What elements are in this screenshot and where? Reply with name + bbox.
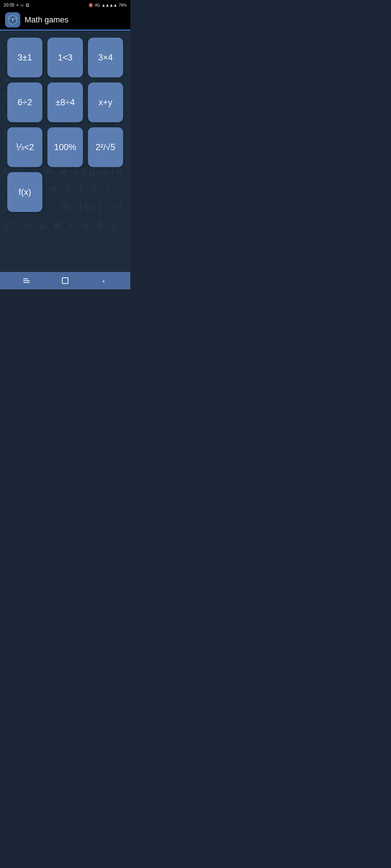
app-logo: 7 2 11 xyxy=(5,12,20,27)
home-icon xyxy=(62,277,68,284)
game-card-comparison[interactable]: 1<3 xyxy=(47,38,83,77)
main-content: ∑ π √ ∫ × ÷ ± < > = % f(x) x² y³ ∞ Δ θ λ… xyxy=(0,30,130,272)
game-grid: 3±1 1<3 3×4 6÷2 ±8÷4 x+y ⅓<2 100% 2²/√5 … xyxy=(0,30,130,219)
game-card-functions[interactable]: f(x) xyxy=(7,172,42,212)
svg-text:11: 11 xyxy=(14,17,17,20)
game-card-addition[interactable]: 3±1 xyxy=(7,38,42,77)
game-card-algebra[interactable]: x+y xyxy=(88,82,123,122)
status-bar: 20:05 ✦ ☏ 🖼 🔇 4G ▲▲▲▲ 79% xyxy=(0,0,130,10)
nav-back-button[interactable]: ‹ xyxy=(97,274,111,287)
status-right: 🔇 4G ▲▲▲▲ 79% xyxy=(88,3,127,8)
game-card-multiplication[interactable]: 3×4 xyxy=(88,38,123,77)
game-card-percentage[interactable]: 100% xyxy=(47,127,83,167)
app-title: Math games xyxy=(25,15,68,25)
back-icon: ‹ xyxy=(102,277,105,284)
nav-bar: ‹ xyxy=(0,272,130,289)
nav-menu-button[interactable] xyxy=(19,274,34,287)
nav-home-button[interactable] xyxy=(58,274,72,287)
game-card-fractions[interactable]: ⅓<2 xyxy=(7,127,42,167)
svg-text:7: 7 xyxy=(12,18,14,22)
status-time: 20:05 ✦ ☏ 🖼 xyxy=(4,3,29,8)
app-bar: 7 2 11 Math games xyxy=(0,10,130,30)
game-card-division[interactable]: 6÷2 xyxy=(7,82,42,122)
game-card-plus-minus-division[interactable]: ±8÷4 xyxy=(47,82,83,122)
menu-icon xyxy=(23,278,30,283)
game-card-powers-roots[interactable]: 2²/√5 xyxy=(88,127,123,167)
